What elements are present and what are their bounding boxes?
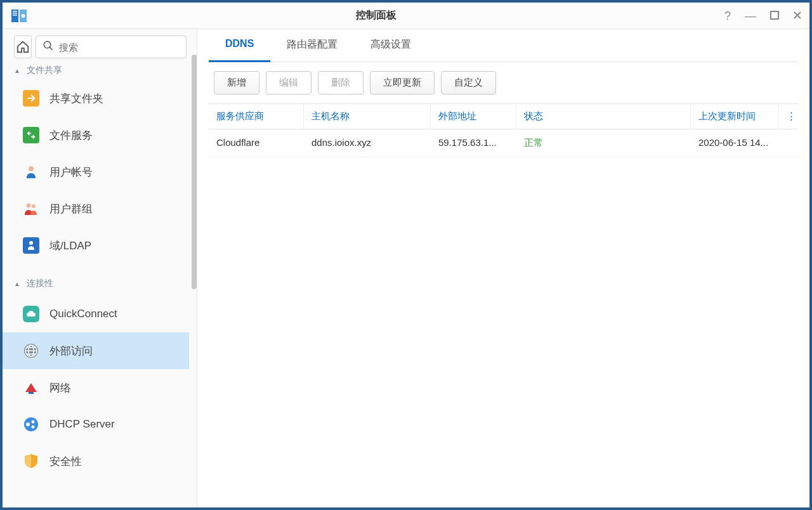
sidebar-item-shared-folder[interactable]: 共享文件夹: [3, 80, 189, 117]
cloud-icon: [23, 306, 39, 322]
search-box[interactable]: [36, 36, 187, 58]
sidebar-item-file-service[interactable]: 文件服务: [3, 117, 189, 154]
th-external[interactable]: 外部地址: [431, 104, 516, 129]
cell-provider: Cloudflare: [209, 129, 304, 157]
cell-hostname: ddns.ioiox.xyz: [304, 129, 431, 157]
svg-point-18: [32, 421, 35, 424]
th-menu[interactable]: ⋮: [779, 104, 798, 129]
svg-rect-3: [13, 15, 17, 16]
sidebar-item-label: 域/LDAP: [49, 239, 91, 253]
edit-button[interactable]: 编辑: [266, 71, 311, 95]
custom-button[interactable]: 自定义: [441, 71, 496, 95]
cell-updated: 2020-06-15 14...: [691, 129, 779, 157]
folder-share-icon: [23, 90, 39, 107]
minimize-icon[interactable]: —: [745, 10, 756, 22]
svg-point-5: [22, 14, 25, 18]
sidebar-scrollbar[interactable]: [192, 55, 197, 289]
sidebar-item-label: DHCP Server: [49, 418, 115, 431]
window-title: 控制面板: [28, 9, 724, 22]
sidebar-item-label: 安全性: [49, 454, 82, 469]
svg-point-19: [32, 426, 35, 429]
search-input[interactable]: [59, 42, 180, 53]
close-icon[interactable]: [793, 10, 802, 22]
sidebar-item-label: 外部访问: [49, 344, 93, 358]
section-connectivity[interactable]: ▲ 连接性: [3, 271, 189, 296]
svg-point-7: [44, 41, 51, 48]
help-icon[interactable]: ?: [724, 10, 731, 22]
sidebar-item-external-access[interactable]: 外部访问: [3, 332, 189, 369]
cell-external: 59.175.63.1...: [431, 129, 516, 157]
sidebar-content: ▲ 文件共享 共享文件夹 文件服务: [3, 63, 197, 507]
section-label: 文件共享: [27, 65, 62, 76]
svg-point-9: [27, 204, 31, 208]
update-now-button[interactable]: 立即更新: [370, 71, 435, 95]
sidebar: ▲ 文件共享 共享文件夹 文件服务: [3, 29, 197, 507]
svg-rect-15: [29, 392, 34, 394]
add-button[interactable]: 新增: [214, 71, 259, 95]
sidebar-item-domain-ldap[interactable]: 域/LDAP: [3, 227, 189, 264]
sidebar-item-label: QuickConnect: [49, 308, 117, 320]
content-area: DDNS 路由器配置 高级设置 新增 编辑 删除 立即更新 自定义 服务供应商 …: [197, 29, 809, 507]
delete-button[interactable]: 删除: [318, 71, 363, 95]
cell-status: 正常: [516, 129, 691, 157]
th-updated[interactable]: 上次更新时间: [691, 104, 779, 129]
search-icon: [43, 40, 54, 54]
network-icon: [23, 379, 39, 396]
sidebar-item-label: 共享文件夹: [49, 91, 103, 106]
tab-ddns[interactable]: DDNS: [209, 29, 270, 62]
chevron-up-icon: ▲: [14, 67, 20, 74]
sidebar-item-quickconnect[interactable]: QuickConnect: [3, 296, 189, 332]
window-controls: ? —: [724, 10, 802, 22]
sidebar-item-dhcp[interactable]: DHCP Server: [3, 406, 189, 443]
table-row[interactable]: Cloudflare ddns.ioiox.xyz 59.175.63.1...…: [209, 129, 798, 157]
cell-menu: [779, 129, 798, 157]
sidebar-item-label: 文件服务: [49, 128, 93, 143]
app-icon: [10, 7, 28, 25]
toolbar: 新增 编辑 删除 立即更新 自定义: [209, 62, 798, 103]
file-service-icon: [23, 127, 39, 143]
svg-point-10: [32, 204, 36, 208]
home-button[interactable]: [14, 36, 32, 58]
dhcp-icon: [23, 416, 39, 433]
section-fileshare[interactable]: ▲ 文件共享: [3, 63, 189, 80]
tab-router[interactable]: 路由器配置: [270, 29, 354, 62]
table-header: 服务供应商 主机名称 外部地址 状态 上次更新时间 ⋮: [209, 103, 798, 129]
sidebar-item-security[interactable]: 安全性: [3, 443, 189, 480]
maximize-icon[interactable]: [770, 10, 779, 22]
sidebar-item-network[interactable]: 网络: [3, 369, 189, 406]
th-hostname[interactable]: 主机名称: [304, 104, 431, 129]
th-status[interactable]: 状态: [516, 104, 691, 129]
sidebar-item-label: 用户群组: [49, 202, 93, 216]
user-icon: [23, 164, 39, 180]
tab-advanced[interactable]: 高级设置: [354, 29, 428, 62]
ddns-table: 服务供应商 主机名称 外部地址 状态 上次更新时间 ⋮ Cloudflare d…: [209, 103, 798, 157]
user-group-icon: [23, 200, 39, 217]
titlebar: 控制面板 ? —: [3, 3, 809, 29]
sidebar-item-user-account[interactable]: 用户帐号: [3, 154, 189, 190]
shield-icon: [23, 453, 39, 469]
svg-point-17: [26, 422, 30, 426]
more-icon: ⋮: [787, 110, 796, 121]
sidebar-item-label: 网络: [49, 381, 71, 395]
ldap-icon: [23, 237, 39, 254]
svg-rect-1: [13, 11, 17, 12]
svg-rect-6: [771, 11, 778, 19]
section-label: 连接性: [27, 278, 53, 289]
svg-rect-2: [13, 13, 17, 14]
tabs: DDNS 路由器配置 高级设置: [209, 29, 798, 62]
th-provider[interactable]: 服务供应商: [209, 104, 304, 129]
svg-point-8: [29, 166, 34, 171]
globe-icon: [23, 343, 39, 359]
sidebar-item-user-group[interactable]: 用户群组: [3, 190, 189, 227]
svg-point-11: [29, 241, 33, 245]
chevron-up-icon: ▲: [14, 280, 20, 287]
sidebar-item-label: 用户帐号: [49, 165, 93, 180]
